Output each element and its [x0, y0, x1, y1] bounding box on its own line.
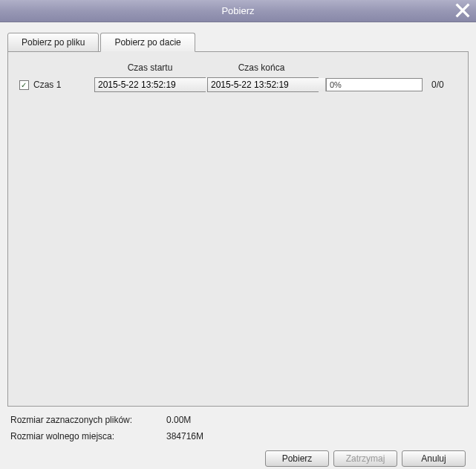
free-space-label: Rozmiar wolnego miejsca: [10, 431, 166, 441]
free-space-value: 384716M [166, 431, 203, 441]
button-bar: Pobierz Zatrzymaj Anuluj [0, 447, 476, 467]
cancel-button[interactable]: Anuluj [402, 450, 466, 467]
tab-download-by-date[interactable]: Pobierz po dacie [100, 33, 195, 52]
titlebar: Pobierz [0, 0, 476, 22]
selected-size-label: Rozmiar zaznaczonych plików: [10, 415, 166, 425]
download-button[interactable]: Pobierz [265, 450, 329, 467]
tab-download-by-file[interactable]: Pobierz po pliku [7, 33, 99, 52]
start-datetime-field [94, 77, 206, 92]
header-end-time: Czas końca [206, 62, 317, 73]
tab-bar: Pobierz po pliku Pobierz po dacie [0, 22, 476, 52]
footer-info: Rozmiar zaznaczonych plików: 0.00M Rozmi… [0, 407, 476, 441]
count-text: 0/0 [431, 80, 444, 90]
progress-bar: 0% [326, 78, 423, 91]
window-title: Pobierz [0, 5, 476, 16]
end-datetime-input[interactable] [208, 78, 325, 91]
selected-size-value: 0.00M [166, 415, 191, 425]
time-1-label: Czas 1 [33, 80, 94, 90]
time-1-checkbox[interactable]: ✓ [19, 80, 29, 90]
progress-text: 0% [330, 80, 342, 89]
column-headers: Czas startu Czas końca [14, 62, 462, 73]
stop-button[interactable]: Zatrzymaj [333, 450, 397, 467]
close-icon[interactable] [455, 3, 470, 18]
start-datetime-input[interactable] [95, 78, 212, 91]
content-panel: Czas startu Czas końca ✓ Czas 1 0% 0/0 [7, 51, 469, 407]
end-datetime-field [207, 77, 319, 92]
header-start-time: Czas startu [94, 62, 206, 73]
time-row-1: ✓ Czas 1 0% 0/0 [14, 77, 462, 92]
